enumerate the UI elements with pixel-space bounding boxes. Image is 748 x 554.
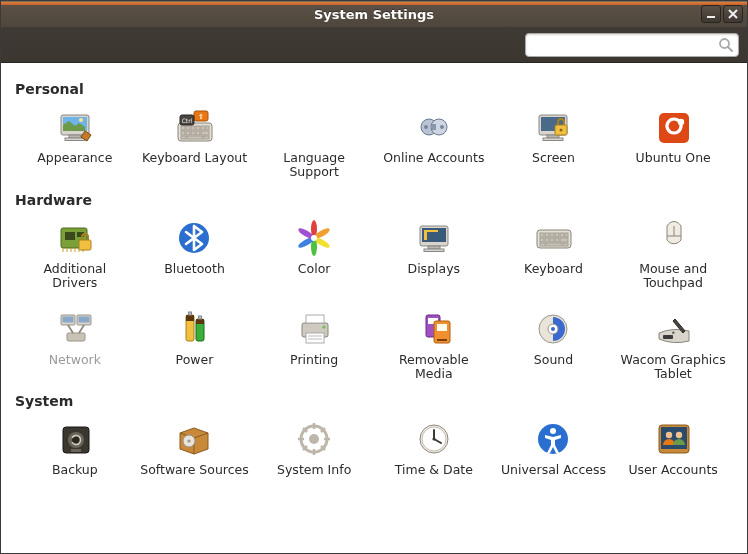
settings-item-label: Mouse and Touchpad	[618, 262, 728, 291]
appearance-icon	[53, 105, 97, 149]
keyboard-icon	[531, 216, 575, 260]
settings-item-system-info[interactable]: System Info	[254, 413, 374, 481]
settings-item-sound[interactable]: Sound	[494, 303, 614, 386]
settings-item-wacom-graphics-tablet[interactable]: Wacom Graphics Tablet	[613, 303, 733, 386]
user-accounts-icon	[651, 417, 695, 461]
wacom-icon	[651, 307, 695, 351]
settings-item-displays[interactable]: Displays	[374, 212, 494, 295]
power-icon	[172, 307, 216, 351]
settings-item-universal-access[interactable]: Universal Access	[494, 413, 614, 481]
removable-media-icon	[412, 307, 456, 351]
online-accounts-icon	[412, 105, 456, 149]
settings-item-label: Time & Date	[395, 463, 473, 477]
settings-item-label: Keyboard	[524, 262, 583, 276]
universal-access-icon	[531, 417, 575, 461]
section-header-system: System	[15, 393, 733, 409]
settings-item-label: User Accounts	[628, 463, 717, 477]
settings-item-online-accounts[interactable]: Online Accounts	[374, 101, 494, 184]
network-icon	[53, 307, 97, 351]
bluetooth-icon	[172, 216, 216, 260]
color-icon	[292, 216, 336, 260]
settings-item-label: Online Accounts	[383, 151, 484, 165]
content-area: Personal AppearanceKeyboard LayoutLangua…	[1, 63, 747, 554]
close-button[interactable]	[723, 5, 743, 23]
settings-item-language-support[interactable]: Language Support	[254, 101, 374, 184]
drivers-icon	[53, 216, 97, 260]
settings-item-additional-drivers[interactable]: Additional Drivers	[15, 212, 135, 295]
settings-item-label: Language Support	[259, 151, 369, 180]
settings-item-label: Keyboard Layout	[142, 151, 247, 165]
system-info-icon	[292, 417, 336, 461]
toolbar	[1, 27, 747, 63]
settings-item-network[interactable]: Network	[15, 303, 135, 386]
settings-item-label: Sound	[534, 353, 573, 367]
settings-item-label: Displays	[408, 262, 461, 276]
language-icon	[292, 105, 336, 149]
settings-item-backup[interactable]: Backup	[15, 413, 135, 481]
settings-item-label: Additional Drivers	[20, 262, 130, 291]
time-date-icon	[412, 417, 456, 461]
software-sources-icon	[172, 417, 216, 461]
screen-icon	[531, 105, 575, 149]
ubuntu-one-icon	[651, 105, 695, 149]
settings-item-label: Bluetooth	[164, 262, 225, 276]
settings-item-label: Removable Media	[379, 353, 489, 382]
search-input[interactable]	[525, 33, 739, 57]
backup-icon	[53, 417, 97, 461]
settings-item-label: Color	[298, 262, 331, 276]
settings-item-label: Universal Access	[501, 463, 606, 477]
settings-item-bluetooth[interactable]: Bluetooth	[135, 212, 255, 295]
settings-item-user-accounts[interactable]: User Accounts	[613, 413, 733, 481]
settings-item-label: Network	[49, 353, 101, 367]
settings-item-screen[interactable]: Screen	[494, 101, 614, 184]
settings-item-software-sources[interactable]: Software Sources	[135, 413, 255, 481]
settings-item-label: System Info	[277, 463, 351, 477]
settings-item-appearance[interactable]: Appearance	[15, 101, 135, 184]
settings-item-ubuntu-one[interactable]: Ubuntu One	[613, 101, 733, 184]
svg-line-136	[728, 47, 732, 51]
settings-item-time-date[interactable]: Time & Date	[374, 413, 494, 481]
settings-item-keyboard[interactable]: Keyboard	[494, 212, 614, 295]
settings-item-color[interactable]: Color	[254, 212, 374, 295]
settings-item-label: Ubuntu One	[636, 151, 711, 165]
window-title: System Settings	[1, 7, 747, 22]
section-header-personal: Personal	[15, 81, 733, 97]
settings-item-label: Printing	[290, 353, 338, 367]
mouse-icon	[651, 216, 695, 260]
settings-item-keyboard-layout[interactable]: Keyboard Layout	[135, 101, 255, 184]
settings-item-printing[interactable]: Printing	[254, 303, 374, 386]
settings-item-label: Screen	[532, 151, 575, 165]
settings-item-power[interactable]: Power	[135, 303, 255, 386]
settings-item-label: Appearance	[37, 151, 112, 165]
settings-item-label: Software Sources	[140, 463, 249, 477]
settings-item-label: Power	[176, 353, 214, 367]
minimize-button[interactable]	[701, 5, 721, 23]
titlebar: System Settings	[1, 1, 747, 27]
settings-item-label: Backup	[52, 463, 98, 477]
settings-item-label: Wacom Graphics Tablet	[618, 353, 728, 382]
settings-item-removable-media[interactable]: Removable Media	[374, 303, 494, 386]
section-header-hardware: Hardware	[15, 192, 733, 208]
sound-icon	[531, 307, 575, 351]
settings-item-mouse-and-touchpad[interactable]: Mouse and Touchpad	[613, 212, 733, 295]
displays-icon	[412, 216, 456, 260]
search-icon	[718, 37, 734, 53]
printing-icon	[292, 307, 336, 351]
keyboard-layout-icon	[172, 105, 216, 149]
